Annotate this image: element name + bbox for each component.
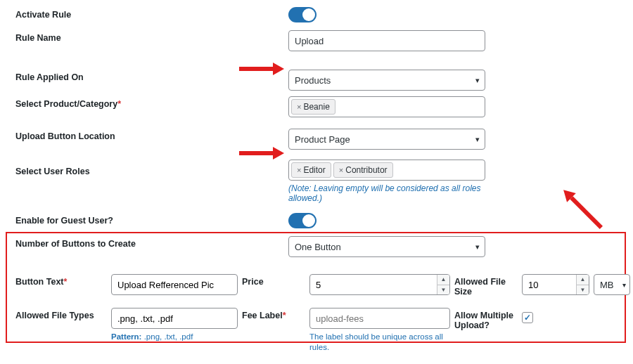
allow-multi-checkbox[interactable] bbox=[522, 312, 533, 323]
allowed-file-types-input[interactable] bbox=[111, 308, 238, 329]
select-product-label: Select Product/Category* bbox=[0, 96, 288, 109]
num-buttons-select[interactable]: One Button bbox=[288, 236, 485, 257]
button-text-input[interactable] bbox=[111, 274, 238, 295]
enable-guest-label: Enable for Guest User? bbox=[0, 213, 288, 226]
activate-rule-toggle[interactable] bbox=[288, 7, 316, 22]
role-tag-contributor[interactable]: ×Contributor bbox=[333, 162, 393, 178]
allowed-file-types-label: Allowed File Types bbox=[15, 308, 107, 320]
user-roles-note: (Note: Leaving empty will be considered … bbox=[288, 183, 499, 203]
fee-label-label: Fee Label* bbox=[242, 308, 305, 320]
rule-name-input[interactable] bbox=[288, 30, 485, 51]
remove-tag-icon[interactable]: × bbox=[339, 166, 343, 174]
role-tag-editor[interactable]: ×Editor bbox=[291, 162, 331, 178]
activate-rule-label: Activate Rule bbox=[0, 7, 288, 20]
remove-tag-icon[interactable]: × bbox=[297, 103, 301, 111]
file-types-pattern-hint: Pattern: .png, .txt, .pdf bbox=[111, 332, 238, 342]
rule-applied-on-label: Rule Applied On bbox=[0, 70, 288, 82]
file-size-unit-select[interactable]: MB bbox=[594, 274, 630, 295]
price-input[interactable] bbox=[309, 274, 450, 295]
price-label: Price bbox=[242, 274, 305, 287]
num-buttons-label: Number of Buttons to Create bbox=[0, 236, 288, 249]
button-text-label: Button Text* bbox=[15, 274, 107, 287]
remove-tag-icon[interactable]: × bbox=[297, 166, 301, 174]
upload-button-location-label: Upload Button Location bbox=[0, 129, 288, 141]
upload-button-location-select[interactable]: Product Page bbox=[288, 129, 485, 150]
enable-guest-toggle[interactable] bbox=[288, 213, 316, 228]
product-category-tagbox[interactable]: ×Beanie bbox=[288, 96, 485, 117]
rule-applied-on-select[interactable]: Products bbox=[288, 70, 485, 91]
select-user-roles-label: Select User Roles bbox=[0, 160, 288, 176]
fee-label-input[interactable] bbox=[309, 308, 450, 329]
user-roles-tagbox[interactable]: ×Editor ×Contributor bbox=[288, 160, 485, 181]
number-spinner[interactable]: ▲▼ bbox=[576, 275, 589, 294]
rule-name-label: Rule Name bbox=[0, 30, 288, 43]
fee-label-hint: The label should be unique across all ru… bbox=[309, 332, 450, 353]
allow-multi-label: Allow Multiple Upload? bbox=[454, 308, 518, 330]
number-spinner[interactable]: ▲▼ bbox=[437, 275, 449, 294]
product-tag-beanie[interactable]: ×Beanie bbox=[291, 99, 335, 115]
allowed-file-size-label: Allowed File Size bbox=[454, 274, 518, 297]
